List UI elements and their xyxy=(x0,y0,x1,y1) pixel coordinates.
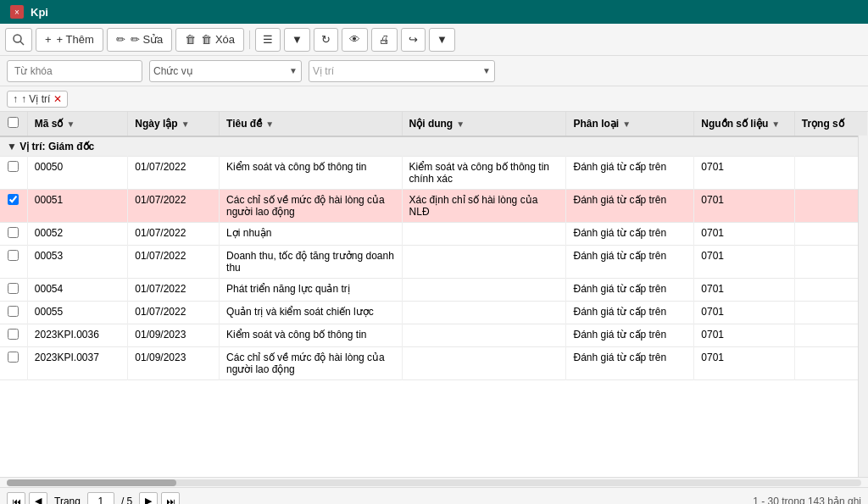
row-tieude: Doanh thu, tốc độ tăng trưởng doanh thu xyxy=(220,246,402,279)
row-checkbox[interactable] xyxy=(8,194,19,205)
toolbar: + + Thêm ✏ ✏ Sửa 🗑 🗑 Xóa ☰ ▼ ↻ 👁 🖨 ↪ ▼ xyxy=(0,24,868,56)
row-tieude: Lợi nhuận xyxy=(220,223,402,246)
vi-tri-filter-tag[interactable]: ↑ ↑ Vị trí ✕ xyxy=(7,91,68,108)
horizontal-scrollbar[interactable] xyxy=(0,477,868,487)
group-row-giamdoc: ▼ Vị trí: Giám đốc xyxy=(0,136,868,157)
chuc-vu-dropdown-icon: ▼ xyxy=(289,66,298,75)
row-ngaylap: 01/07/2022 xyxy=(128,223,220,246)
row-maso: 00054 xyxy=(27,279,128,302)
pagination-bar: ⏮ ◀ Trang / 5 ▶ ⏭ 1 - 30 trong 143 bản g… xyxy=(0,487,868,504)
more-button[interactable]: ▼ xyxy=(429,28,455,52)
row-ngaylap: 01/07/2022 xyxy=(128,302,220,324)
row-nguon: 0701 xyxy=(694,302,794,324)
close-button[interactable]: × xyxy=(10,5,24,19)
row-ngaylap: 01/09/2023 xyxy=(128,347,220,380)
tieude-filter-icon[interactable]: ▼ xyxy=(265,119,274,129)
row-nguon: 0701 xyxy=(694,279,794,302)
xoa-button[interactable]: 🗑 🗑 Xóa xyxy=(175,28,244,52)
row-phanloai: Đánh giá từ cấp trên xyxy=(566,302,694,324)
view-button[interactable]: 👁 xyxy=(342,28,368,52)
phanloai-filter-icon[interactable]: ▼ xyxy=(622,119,631,129)
menu-dropdown-button[interactable]: ▼ xyxy=(284,28,310,52)
row-trongso xyxy=(794,157,867,190)
row-nguon: 0701 xyxy=(694,324,794,347)
col-tieude: Tiêu đề ▼ xyxy=(220,112,402,136)
row-maso: 00053 xyxy=(27,246,128,279)
svg-line-1 xyxy=(20,42,24,45)
last-page-button[interactable]: ⏭ xyxy=(161,492,180,505)
group-toggle[interactable]: ▼ xyxy=(7,141,17,152)
row-ngaylap: 01/07/2022 xyxy=(128,157,220,190)
refresh-icon: ↻ xyxy=(321,33,331,46)
row-checkbox-cell xyxy=(0,302,27,324)
col-phanloai: Phân loại ▼ xyxy=(566,112,694,136)
table-row: 00053 01/07/2022 Doanh thu, tốc độ tăng … xyxy=(0,246,868,279)
row-checkbox-cell xyxy=(0,246,27,279)
row-checkbox[interactable] xyxy=(8,352,19,363)
filter-bar: Chức vụ ▼ Vị trí ▼ xyxy=(0,56,868,86)
row-checkbox[interactable] xyxy=(8,329,19,340)
row-checkbox[interactable] xyxy=(8,161,19,172)
page-label: Trang xyxy=(54,496,81,505)
sua-button[interactable]: ✏ ✏ Sửa xyxy=(107,28,173,52)
row-maso: 00050 xyxy=(27,157,128,190)
chuc-vu-select[interactable]: Chức vụ ▼ xyxy=(149,60,302,82)
row-noidung: Xác định chỉ số hài lòng của NLĐ xyxy=(402,190,566,223)
them-button[interactable]: + + Thêm xyxy=(36,28,103,52)
vertical-scrollbar[interactable] xyxy=(858,112,868,477)
row-checkbox[interactable] xyxy=(8,283,19,294)
row-checkbox[interactable] xyxy=(8,250,19,261)
row-tieude: Kiểm soát và công bố thông tin xyxy=(220,157,402,190)
refresh-button[interactable]: ↻ xyxy=(314,28,338,52)
nguon-filter-icon[interactable]: ▼ xyxy=(771,119,780,129)
row-trongso xyxy=(794,246,867,279)
separator-1 xyxy=(249,30,250,49)
first-page-button[interactable]: ⏮ xyxy=(7,492,25,505)
row-noidung xyxy=(402,302,566,324)
table-row: 00052 01/07/2022 Lợi nhuận Đánh giá từ c… xyxy=(0,223,868,246)
scroll-track xyxy=(7,479,861,486)
row-ngaylap: 01/09/2023 xyxy=(128,324,220,347)
row-checkbox[interactable] xyxy=(8,306,19,317)
page-navigation: ⏮ ◀ Trang / 5 ▶ ⏭ xyxy=(7,492,180,505)
row-checkbox[interactable] xyxy=(8,227,19,238)
filter-tag-remove-button[interactable]: ✕ xyxy=(53,93,62,105)
noidung-filter-icon[interactable]: ▼ xyxy=(456,119,465,129)
row-checkbox-cell xyxy=(0,347,27,380)
next-page-button[interactable]: ▶ xyxy=(139,492,158,505)
col-trongso: Trọng số xyxy=(794,112,867,136)
trash-icon: 🗑 xyxy=(185,33,196,46)
pencil-icon: ✏ xyxy=(116,33,125,46)
row-phanloai: Đánh giá từ cấp trên xyxy=(566,190,694,223)
print-button[interactable]: 🖨 xyxy=(371,28,398,52)
select-all-checkbox[interactable] xyxy=(8,117,19,128)
row-checkbox-cell xyxy=(0,157,27,190)
page-number-input[interactable] xyxy=(87,492,114,505)
row-checkbox-cell xyxy=(0,279,27,302)
menu-button[interactable]: ☰ xyxy=(255,28,281,52)
row-ngaylap: 01/07/2022 xyxy=(128,190,220,223)
menu-icon: ☰ xyxy=(263,33,273,46)
filter-tag-up-arrow: ↑ xyxy=(13,93,18,105)
row-checkbox-cell xyxy=(0,324,27,347)
row-tieude: Kiểm soát và công bố thông tin xyxy=(220,324,402,347)
ngaylap-filter-icon[interactable]: ▼ xyxy=(181,119,190,129)
tu-khoa-input[interactable] xyxy=(7,60,142,82)
eye-icon: 👁 xyxy=(349,33,360,46)
record-info: 1 - 30 trong 143 bản ghi xyxy=(753,496,861,505)
row-phanloai: Đánh giá từ cấp trên xyxy=(566,246,694,279)
table-container: Mã số ▼ Ngày lập ▼ Tiêu đề ▼ xyxy=(0,112,868,477)
row-phanloai: Đánh giá từ cấp trên xyxy=(566,347,694,380)
search-icon-button[interactable] xyxy=(5,28,32,52)
share-button[interactable]: ↪ xyxy=(401,28,426,52)
row-phanloai: Đánh giá từ cấp trên xyxy=(566,279,694,302)
row-noidung xyxy=(402,279,566,302)
title-bar: × Kpi xyxy=(0,0,868,24)
scroll-thumb[interactable] xyxy=(7,479,176,486)
print-icon: 🖨 xyxy=(379,33,390,46)
prev-page-button[interactable]: ◀ xyxy=(29,492,47,505)
vi-tri-select[interactable]: Vị trí ▼ xyxy=(309,60,495,82)
maso-filter-icon[interactable]: ▼ xyxy=(67,119,75,129)
col-noidung: Nội dung ▼ xyxy=(402,112,566,136)
col-maso: Mã số ▼ xyxy=(27,112,128,136)
